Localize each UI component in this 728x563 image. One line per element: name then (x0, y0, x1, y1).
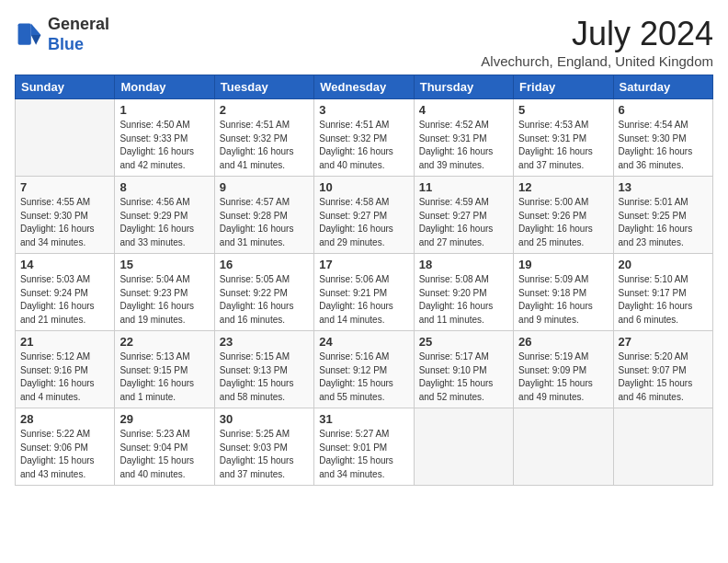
day-info: Sunrise: 5:05 AMSunset: 9:22 PMDaylight:… (220, 273, 309, 327)
column-header-sunday: Sunday (16, 75, 115, 99)
day-number: 6 (619, 103, 708, 117)
day-info: Sunrise: 5:04 AMSunset: 9:23 PMDaylight:… (119, 273, 209, 327)
day-number: 29 (119, 412, 209, 426)
day-info: Sunrise: 4:57 AMSunset: 9:28 PMDaylight:… (220, 196, 309, 249)
day-info: Sunrise: 4:54 AMSunset: 9:30 PMDaylight:… (619, 119, 708, 172)
calendar-week-row: 1Sunrise: 4:50 AMSunset: 9:33 PMDaylight… (16, 99, 713, 177)
calendar-day: 23Sunrise: 5:15 AMSunset: 9:13 PMDayligh… (214, 331, 313, 408)
column-header-monday: Monday (115, 75, 214, 99)
day-info: Sunrise: 4:51 AMSunset: 9:32 PMDaylight:… (220, 119, 309, 172)
day-number: 4 (419, 103, 508, 117)
day-info: Sunrise: 5:16 AMSunset: 9:12 PMDaylight:… (319, 350, 408, 404)
calendar-day: 16Sunrise: 5:05 AMSunset: 9:22 PMDayligh… (214, 254, 313, 331)
day-info: Sunrise: 4:52 AMSunset: 9:31 PMDaylight:… (419, 119, 508, 172)
calendar-day: 27Sunrise: 5:20 AMSunset: 9:07 PMDayligh… (613, 331, 712, 408)
day-number: 25 (419, 335, 508, 349)
day-info: Sunrise: 5:17 AMSunset: 9:10 PMDaylight:… (419, 350, 508, 404)
day-number: 16 (220, 258, 309, 271)
calendar-day: 10Sunrise: 4:58 AMSunset: 9:27 PMDayligh… (314, 177, 414, 254)
day-number: 5 (518, 103, 608, 117)
day-info: Sunrise: 5:13 AMSunset: 9:15 PMDaylight:… (119, 350, 209, 404)
calendar-day: 2Sunrise: 4:51 AMSunset: 9:32 PMDaylight… (214, 99, 313, 177)
day-number: 23 (220, 335, 309, 349)
location: Alvechurch, England, United Kingdom (481, 53, 713, 69)
day-info: Sunrise: 5:10 AMSunset: 9:17 PMDaylight:… (619, 273, 708, 327)
calendar-day: 31Sunrise: 5:27 AMSunset: 9:01 PMDayligh… (314, 408, 414, 486)
calendar-day: 4Sunrise: 4:52 AMSunset: 9:31 PMDaylight… (414, 99, 513, 177)
calendar-day: 19Sunrise: 5:09 AMSunset: 9:18 PMDayligh… (514, 254, 613, 331)
day-number: 17 (319, 258, 408, 271)
day-number: 20 (619, 258, 708, 271)
logo-text: General Blue (48, 15, 109, 54)
day-info: Sunrise: 4:58 AMSunset: 9:27 PMDaylight:… (319, 196, 408, 249)
day-info: Sunrise: 5:22 AMSunset: 9:06 PMDaylight:… (20, 428, 109, 481)
day-info: Sunrise: 5:08 AMSunset: 9:20 PMDaylight:… (419, 273, 508, 327)
day-number: 21 (20, 335, 109, 349)
day-number: 14 (20, 258, 109, 271)
logo-icon (15, 20, 44, 50)
title-block: July 2024 Alvechurch, England, United Ki… (481, 15, 713, 69)
svg-rect-2 (18, 23, 31, 44)
calendar-day: 7Sunrise: 4:55 AMSunset: 9:30 PMDaylight… (16, 177, 115, 254)
day-number: 10 (319, 180, 408, 194)
day-number: 3 (319, 103, 408, 117)
svg-marker-1 (31, 35, 41, 45)
calendar-day: 6Sunrise: 4:54 AMSunset: 9:30 PMDaylight… (613, 99, 712, 177)
calendar-day: 3Sunrise: 4:51 AMSunset: 9:32 PMDaylight… (314, 99, 414, 177)
calendar-day: 1Sunrise: 4:50 AMSunset: 9:33 PMDaylight… (115, 99, 214, 177)
day-number: 19 (518, 258, 608, 271)
day-info: Sunrise: 5:12 AMSunset: 9:16 PMDaylight:… (20, 350, 109, 404)
day-info: Sunrise: 5:09 AMSunset: 9:18 PMDaylight:… (518, 273, 608, 327)
calendar-day: 14Sunrise: 5:03 AMSunset: 9:24 PMDayligh… (16, 254, 115, 331)
day-info: Sunrise: 4:55 AMSunset: 9:30 PMDaylight:… (20, 196, 109, 249)
day-info: Sunrise: 5:15 AMSunset: 9:13 PMDaylight:… (220, 350, 309, 404)
calendar-day: 9Sunrise: 4:57 AMSunset: 9:28 PMDaylight… (214, 177, 313, 254)
day-info: Sunrise: 5:25 AMSunset: 9:03 PMDaylight:… (220, 428, 309, 481)
month-year: July 2024 (481, 15, 713, 53)
day-number: 24 (319, 335, 408, 349)
calendar-week-row: 14Sunrise: 5:03 AMSunset: 9:24 PMDayligh… (16, 254, 713, 331)
calendar-day: 24Sunrise: 5:16 AMSunset: 9:12 PMDayligh… (314, 331, 414, 408)
column-header-tuesday: Tuesday (214, 75, 313, 99)
day-number: 2 (220, 103, 309, 117)
day-info: Sunrise: 5:06 AMSunset: 9:21 PMDaylight:… (319, 273, 408, 327)
calendar-day: 15Sunrise: 5:04 AMSunset: 9:23 PMDayligh… (115, 254, 214, 331)
calendar-day: 5Sunrise: 4:53 AMSunset: 9:31 PMDaylight… (514, 99, 613, 177)
day-number: 1 (119, 103, 209, 117)
day-info: Sunrise: 5:03 AMSunset: 9:24 PMDaylight:… (20, 273, 109, 327)
column-header-wednesday: Wednesday (314, 75, 414, 99)
calendar-day (414, 408, 513, 486)
day-number: 30 (220, 412, 309, 426)
day-number: 11 (419, 180, 508, 194)
calendar-day (613, 408, 712, 486)
day-number: 9 (220, 180, 309, 194)
day-info: Sunrise: 4:51 AMSunset: 9:32 PMDaylight:… (319, 119, 408, 172)
calendar-day: 17Sunrise: 5:06 AMSunset: 9:21 PMDayligh… (314, 254, 414, 331)
calendar-week-row: 28Sunrise: 5:22 AMSunset: 9:06 PMDayligh… (16, 408, 713, 486)
calendar-table: SundayMondayTuesdayWednesdayThursdayFrid… (15, 75, 713, 486)
calendar-day (16, 99, 115, 177)
calendar-day: 30Sunrise: 5:25 AMSunset: 9:03 PMDayligh… (214, 408, 313, 486)
calendar-day: 11Sunrise: 4:59 AMSunset: 9:27 PMDayligh… (414, 177, 513, 254)
logo: General Blue (15, 15, 109, 54)
calendar-week-row: 21Sunrise: 5:12 AMSunset: 9:16 PMDayligh… (16, 331, 713, 408)
calendar-day: 12Sunrise: 5:00 AMSunset: 9:26 PMDayligh… (514, 177, 613, 254)
calendar-week-row: 7Sunrise: 4:55 AMSunset: 9:30 PMDaylight… (16, 177, 713, 254)
day-number: 15 (119, 258, 209, 271)
calendar-day: 8Sunrise: 4:56 AMSunset: 9:29 PMDaylight… (115, 177, 214, 254)
day-number: 8 (119, 180, 209, 194)
day-info: Sunrise: 4:50 AMSunset: 9:33 PMDaylight:… (119, 119, 209, 172)
calendar-day: 22Sunrise: 5:13 AMSunset: 9:15 PMDayligh… (115, 331, 214, 408)
calendar-day: 18Sunrise: 5:08 AMSunset: 9:20 PMDayligh… (414, 254, 513, 331)
calendar-day: 29Sunrise: 5:23 AMSunset: 9:04 PMDayligh… (115, 408, 214, 486)
column-header-thursday: Thursday (414, 75, 513, 99)
day-info: Sunrise: 5:27 AMSunset: 9:01 PMDaylight:… (319, 428, 408, 481)
calendar-header-row: SundayMondayTuesdayWednesdayThursdayFrid… (16, 75, 713, 99)
day-number: 28 (20, 412, 109, 426)
day-number: 26 (518, 335, 608, 349)
day-info: Sunrise: 4:59 AMSunset: 9:27 PMDaylight:… (419, 196, 508, 249)
calendar-day (514, 408, 613, 486)
svg-marker-0 (31, 23, 41, 34)
page-header: General Blue July 2024 Alvechurch, Engla… (15, 15, 713, 69)
day-info: Sunrise: 4:53 AMSunset: 9:31 PMDaylight:… (518, 119, 608, 172)
